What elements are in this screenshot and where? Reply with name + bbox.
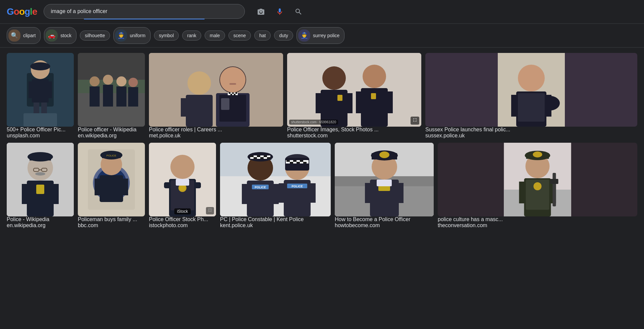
- image-card-4[interactable]: shutterstock.com · 659961820 Police Offi…: [287, 53, 421, 139]
- filter-chip-scene[interactable]: scene: [228, 30, 251, 41]
- camera-button[interactable]: [254, 5, 268, 18]
- filter-chip-male[interactable]: male: [205, 30, 225, 41]
- image-caption-1: 500+ Police Officer Pic...: [7, 127, 74, 133]
- image-source-11: theconversation.com: [438, 222, 637, 228]
- image-card-7[interactable]: POLICE POLICE Policeman buys family ... …: [78, 143, 145, 228]
- svg-text:POLICE: POLICE: [106, 154, 116, 157]
- svg-point-53: [518, 65, 545, 91]
- filter-chip-symbol[interactable]: symbol: [154, 30, 179, 41]
- svg-rect-55: [511, 95, 518, 117]
- svg-rect-33: [229, 92, 230, 94]
- svg-rect-111: [267, 157, 270, 159]
- chip-label-duty: duty: [279, 33, 288, 38]
- image-caption-2: Police officer - Wikipedia: [78, 127, 145, 133]
- svg-rect-95: [176, 179, 189, 186]
- search-bar: [44, 4, 245, 19]
- image-card-1[interactable]: 500+ Police Officer Pic... unsplash.com: [7, 53, 74, 139]
- image-card-3[interactable]: Police officer roles | Careers ... met.p…: [149, 53, 283, 139]
- filter-chip-hat[interactable]: hat: [254, 30, 271, 41]
- logo-letter-l: l: [30, 6, 32, 17]
- image-source-9: kent.police.uk: [220, 222, 331, 228]
- header-icons: [254, 5, 305, 18]
- svg-rect-46: [356, 91, 363, 113]
- svg-point-40: [322, 66, 346, 90]
- svg-rect-136: [397, 183, 404, 203]
- image-svg-2: [78, 53, 145, 127]
- image-source-10: howtobecome.com: [335, 222, 434, 228]
- svg-rect-73: [36, 185, 44, 194]
- filter-chip-stock[interactable]: 🚗 stock: [44, 27, 76, 44]
- svg-rect-34: [232, 92, 234, 94]
- svg-rect-68: [30, 154, 51, 160]
- istock-badge: iStock: [174, 208, 191, 214]
- mic-button[interactable]: [273, 5, 286, 18]
- chip-thumbnail-clipart: 🔍: [8, 29, 20, 42]
- svg-rect-150: [550, 179, 558, 184]
- svg-rect-124: [290, 162, 293, 163]
- image-row-1: 500+ Police Officer Pic... unsplash.com …: [0, 48, 644, 140]
- filter-chip-duty[interactable]: duty: [274, 30, 293, 41]
- image-source-5: sussex.police.uk: [425, 133, 637, 139]
- google-logo[interactable]: Google: [7, 6, 37, 17]
- image-thumbnail-4: shutterstock.com · 659961820: [287, 53, 421, 127]
- svg-rect-66: [52, 184, 59, 204]
- image-caption-5: Sussex Police launches final polic...: [425, 127, 637, 133]
- chip-label-male: male: [210, 33, 220, 38]
- image-source-7: bbc.com: [78, 222, 145, 228]
- image-badge-8: [206, 207, 214, 214]
- shutterstock-badge: shutterstock.com · 659961820: [289, 120, 338, 125]
- svg-point-139: [379, 151, 389, 158]
- svg-rect-31: [221, 98, 229, 110]
- image-card-11[interactable]: police culture has a masc... theconversa…: [438, 143, 637, 228]
- svg-rect-49: [371, 93, 376, 99]
- svg-rect-59: [518, 93, 545, 122]
- logo-letter-o2: o: [19, 6, 24, 17]
- logo-letter-e: e: [32, 6, 37, 17]
- search-input[interactable]: [51, 8, 228, 14]
- image-card-6[interactable]: Police - Wikipedia en.wikipedia.org: [7, 143, 74, 228]
- image-caption-8: Police Officer Stock Ph...: [149, 216, 216, 222]
- filter-chip-silhouette[interactable]: silhouette: [80, 30, 110, 41]
- svg-rect-37: [234, 94, 235, 95]
- image-card-10[interactable]: How to Become a Police Officer howtobeco…: [335, 143, 434, 228]
- image-svg-5: [425, 53, 637, 127]
- image-source-1: unsplash.com: [7, 133, 74, 139]
- svg-point-72: [35, 172, 45, 176]
- svg-rect-43: [346, 93, 353, 113]
- svg-rect-48: [337, 95, 342, 101]
- svg-point-17: [116, 76, 126, 86]
- svg-point-155: [534, 182, 542, 190]
- chip-label-symbol: symbol: [159, 33, 174, 38]
- svg-rect-25: [181, 98, 187, 117]
- svg-rect-47: [386, 91, 393, 113]
- svg-rect-108: [264, 155, 267, 157]
- image-card-9[interactable]: POLICE POLICE: [220, 143, 331, 228]
- search-bar-container: [44, 4, 245, 19]
- svg-rect-109: [254, 157, 257, 159]
- image-svg-8: [149, 143, 216, 216]
- image-card-8[interactable]: iStock Police Officer Stock Ph... istock…: [149, 143, 216, 228]
- chip-label-silhouette: silhouette: [85, 33, 105, 38]
- svg-rect-80: [100, 175, 123, 202]
- filter-chip-surrey-police[interactable]: 👮‍♂️ surrey police: [297, 27, 344, 44]
- image-card-2[interactable]: Police officer - Wikipedia en.wikipedia.…: [78, 53, 145, 139]
- svg-rect-147: [519, 182, 526, 203]
- filter-bar: 🔍 clipart 🚗 stock silhouette 👮 uniform s…: [0, 24, 644, 48]
- image-row-2: Police - Wikipedia en.wikipedia.org POLI…: [0, 140, 644, 234]
- svg-text:POLICE: POLICE: [255, 186, 266, 189]
- svg-text:POLICE: POLICE: [291, 185, 303, 188]
- image-caption-4: Police Officer Images, Stock Photos ...: [287, 127, 421, 133]
- image-card-5[interactable]: Sussex Police launches final polic... su…: [425, 53, 637, 139]
- chip-label-hat: hat: [259, 33, 266, 38]
- svg-point-44: [363, 65, 386, 88]
- search-button[interactable]: [292, 5, 305, 18]
- svg-rect-16: [103, 85, 113, 107]
- image-source-2: en.wikipedia.org: [78, 133, 145, 139]
- filter-chip-uniform[interactable]: 👮 uniform: [113, 27, 151, 44]
- svg-point-88: [170, 155, 195, 179]
- image-caption-6: Police - Wikipedia: [7, 216, 74, 222]
- logo-letter-g: G: [7, 6, 14, 17]
- filter-chip-clipart[interactable]: 🔍 clipart: [7, 27, 41, 44]
- image-thumbnail-2: [78, 53, 145, 127]
- filter-chip-rank[interactable]: rank: [182, 30, 201, 41]
